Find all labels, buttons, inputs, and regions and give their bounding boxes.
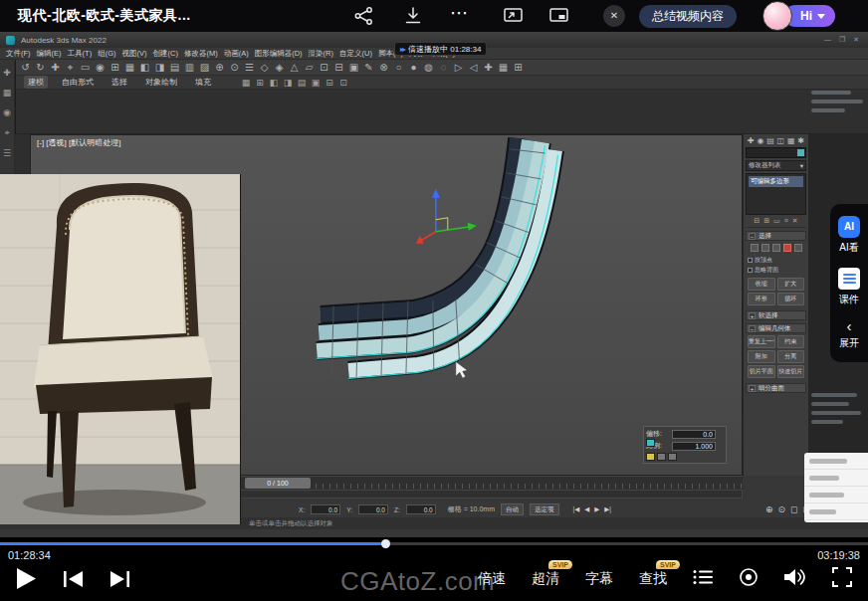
- play-button[interactable]: [16, 567, 36, 593]
- toolbar-icon[interactable]: ◁: [466, 60, 481, 75]
- command-panel-tab[interactable]: ▤: [766, 136, 774, 145]
- left-toolbar-icon[interactable]: ✚: [3, 68, 11, 78]
- rollout-selection[interactable]: − 选择: [746, 231, 806, 241]
- toolbar-icon[interactable]: △: [287, 60, 302, 75]
- ribbon-tab[interactable]: 填充: [191, 76, 215, 89]
- menu-item[interactable]: 自定义(U): [339, 48, 372, 59]
- toolbar-icon[interactable]: ▦: [122, 60, 137, 75]
- by-vertex-checkbox[interactable]: 按顶点: [748, 256, 804, 265]
- toolbar-icon[interactable]: ◇: [257, 60, 272, 75]
- playback-icon[interactable]: ▶|: [604, 505, 611, 513]
- download-icon[interactable]: [404, 7, 422, 28]
- toolbar-icon[interactable]: ▭: [78, 60, 93, 75]
- toolbar-icon[interactable]: ◉: [93, 60, 108, 75]
- toolbar-icon[interactable]: ◈: [272, 60, 287, 75]
- ribbon-icon[interactable]: ▣: [309, 75, 323, 91]
- stack-toolbar-icon[interactable]: ⊟: [754, 217, 760, 225]
- typein-value[interactable]: 1.000: [672, 442, 716, 451]
- viewport-label[interactable]: [-] [透视] [默认明暗处理]: [37, 137, 120, 148]
- rollout-edit-geometry[interactable]: − 编辑几何体: [746, 323, 806, 333]
- playlist-item[interactable]: [804, 487, 868, 503]
- left-toolbar-icon[interactable]: ▦: [3, 88, 12, 98]
- toolbar-icon[interactable]: ◍: [421, 60, 436, 75]
- element-mode-icon[interactable]: [794, 244, 802, 252]
- left-toolbar-icon[interactable]: ☰: [3, 148, 11, 158]
- toolbar-icon[interactable]: ↺: [18, 60, 33, 75]
- more-icon[interactable]: ⋯: [450, 2, 468, 24]
- toolbar-icon[interactable]: ⊕: [212, 60, 227, 75]
- panel-button[interactable]: 扩大: [777, 278, 805, 291]
- stack-toolbar-icon[interactable]: ✕: [792, 217, 798, 225]
- speed-button[interactable]: 倍速: [478, 570, 506, 588]
- ribbon-icon[interactable]: ⊡: [336, 75, 350, 91]
- toolbar-icon[interactable]: ⊙: [227, 60, 242, 75]
- subtitle-button[interactable]: 字幕: [585, 570, 613, 588]
- menu-item[interactable]: 修改器(M): [184, 48, 218, 59]
- playlist-button[interactable]: [693, 569, 713, 588]
- vertex-mode-icon[interactable]: [751, 244, 759, 252]
- toolbar-icon[interactable]: ◌: [436, 60, 451, 75]
- find-button[interactable]: 查找: [639, 570, 667, 588]
- progress-bar[interactable]: [0, 542, 868, 545]
- menu-item[interactable]: 动画(A): [224, 48, 249, 59]
- menu-item[interactable]: 图形编辑器(D): [255, 48, 303, 59]
- toolbar-icon[interactable]: ✚: [481, 60, 496, 75]
- modifier-stack[interactable]: 可编辑多边形: [746, 173, 806, 215]
- panel-button[interactable]: 快速切片: [777, 365, 805, 378]
- typein-value[interactable]: 0.0: [672, 430, 716, 439]
- toolbar-icon[interactable]: ⌖: [63, 60, 78, 75]
- close-icon[interactable]: ✕: [603, 5, 625, 27]
- stack-toolbar-icon[interactable]: ≡: [784, 217, 788, 225]
- panel-button[interactable]: 循环: [777, 293, 805, 305]
- ribbon-icon[interactable]: ⊞: [253, 75, 267, 91]
- toolbar-icon[interactable]: ●: [406, 60, 421, 75]
- left-toolbar-icon[interactable]: ⌖: [4, 127, 9, 138]
- playback-icon[interactable]: ▶: [594, 505, 599, 513]
- toolbar-icon[interactable]: ▦: [496, 60, 511, 75]
- ai-assistant-button[interactable]: AI AI看: [838, 216, 860, 255]
- menu-item[interactable]: 编辑(E): [37, 48, 62, 59]
- share-icon[interactable]: [354, 7, 373, 28]
- cast-icon[interactable]: [504, 7, 523, 26]
- toolbar-icon[interactable]: ▣: [346, 60, 361, 75]
- object-color-swatch[interactable]: [797, 149, 804, 156]
- ribbon-icon[interactable]: ⊟: [323, 75, 336, 91]
- panel-button[interactable]: 分离: [777, 350, 805, 363]
- edge-mode-icon[interactable]: [761, 244, 769, 252]
- stack-toolbar-icon[interactable]: ⊞: [763, 217, 769, 225]
- viewport-nav-icon[interactable]: ⊙: [777, 504, 785, 514]
- toolbar-icon[interactable]: ◨: [152, 60, 167, 75]
- command-panel-tab[interactable]: ✱: [797, 136, 804, 145]
- playlist-item[interactable]: [804, 470, 868, 487]
- progress-knob[interactable]: [381, 539, 390, 548]
- ribbon-icon[interactable]: ▦: [239, 75, 253, 91]
- border-mode-icon[interactable]: [772, 244, 780, 252]
- mini-icon[interactable]: [657, 453, 666, 461]
- next-episode-button[interactable]: [110, 571, 129, 590]
- transform-typein-widget[interactable]: 偏移: 0.0 比例: 1.000: [643, 426, 727, 464]
- z-field[interactable]: 0.0: [406, 504, 436, 514]
- expand-button[interactable]: ‹ 展开: [839, 319, 859, 350]
- mini-icon[interactable]: [646, 439, 655, 447]
- panel-button[interactable]: 附加: [748, 350, 775, 363]
- ribbon-tab[interactable]: 选择: [108, 76, 131, 89]
- toolbar-icon[interactable]: ↻: [33, 60, 48, 75]
- previous-episode-button[interactable]: [64, 571, 83, 590]
- video-frame[interactable]: Autodesk 3ds Max 2022 — ❐ ✕ 文件(F)编辑(E)工具…: [0, 32, 868, 537]
- courseware-button[interactable]: 课件: [838, 268, 860, 306]
- menu-item[interactable]: 文件(F): [6, 48, 31, 59]
- toolbar-icon[interactable]: ▱: [302, 60, 317, 75]
- menu-item[interactable]: 渲染(R): [309, 48, 333, 59]
- set-key-button[interactable]: 选定项: [530, 503, 559, 515]
- toolbar-icon[interactable]: ✎: [361, 60, 376, 75]
- ribbon-tab[interactable]: 自由形式: [58, 76, 98, 89]
- menu-item[interactable]: 创建(C): [153, 48, 178, 59]
- playlist-item[interactable]: [804, 503, 868, 520]
- stack-toolbar-icon[interactable]: ▭: [773, 217, 780, 225]
- toolbar-icon[interactable]: ☰: [242, 60, 257, 75]
- rollout-subdivision[interactable]: + 细分曲面: [746, 383, 806, 393]
- command-panel-tab[interactable]: ◫: [777, 136, 785, 145]
- toolbar-icon[interactable]: ▤: [167, 60, 182, 75]
- panel-button[interactable]: 约束: [777, 335, 805, 348]
- stack-item-editable-poly[interactable]: 可编辑多边形: [749, 176, 803, 187]
